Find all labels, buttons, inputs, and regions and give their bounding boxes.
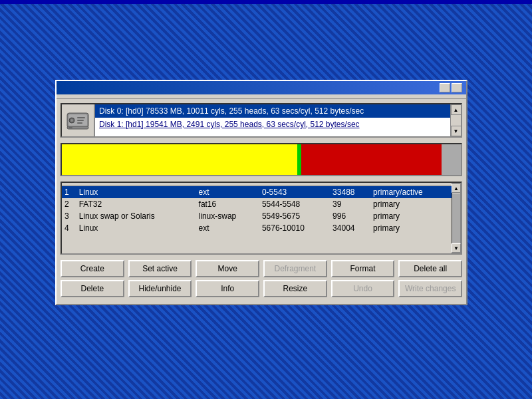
table-scroll-thumb[interactable] — [452, 194, 460, 243]
table-row[interactable]: 2 FAT32 fat16 5544-5548 39 primary — [62, 198, 452, 210]
cell-num: 1 — [62, 186, 76, 199]
title-bar-buttons — [440, 83, 462, 92]
scroll-up-button[interactable]: ▲ — [451, 104, 462, 115]
partition-vis-gray — [442, 144, 461, 175]
move-button[interactable]: Move — [196, 260, 259, 277]
disk-scrollbar[interactable]: ▲ ▼ — [450, 104, 461, 136]
table-row[interactable]: 3 Linux swap or Solaris linux-swap 5549-… — [62, 210, 452, 222]
menu-partition[interactable] — [83, 96, 88, 97]
cell-cylinders: 5549-5675 — [259, 210, 330, 222]
format-button[interactable]: Format — [331, 260, 395, 277]
svg-rect-4 — [77, 117, 85, 118]
table-scroll-down[interactable]: ▼ — [452, 243, 461, 253]
cell-attributes: primary — [370, 198, 452, 210]
disk-list: Disk 0: [hd0] 78533 MB, 10011 cyls, 255 … — [95, 104, 450, 136]
table-row[interactable]: 1 Linux ext 0-5543 33488 primary/active — [62, 186, 452, 199]
close-button[interactable] — [452, 83, 462, 92]
cell-cylinders: 0-5543 — [259, 186, 330, 199]
table-scroll-area: 1 Linux ext 0-5543 33488 primary/active … — [62, 183, 452, 253]
table-row[interactable]: 4 Linux ext 5676-10010 34004 primary — [62, 222, 452, 234]
menu-disk[interactable] — [71, 96, 76, 97]
set-active-button[interactable]: Set active — [128, 260, 192, 277]
cell-filesystem: ext — [196, 222, 259, 234]
svg-rect-8 — [68, 127, 72, 128]
info-button[interactable]: Info — [196, 280, 259, 297]
inner-menubar — [57, 94, 466, 99]
cell-cylinders: 5676-10010 — [259, 222, 330, 234]
resize-button[interactable]: Resize — [263, 280, 327, 297]
buttons-row1: CreateSet activeMoveDefragmentFormatDele… — [61, 260, 462, 277]
partition-vis-yellow — [62, 144, 297, 175]
cell-partition: FAT32 — [76, 198, 196, 210]
hide-unhide-button[interactable]: Hide/unhide — [128, 280, 192, 297]
menubar — [0, 0, 532, 4]
disk-item-1[interactable]: Disk 1: [hd1] 19541 MB, 2491 cyls, 255 h… — [95, 118, 450, 131]
cell-partition: Linux — [76, 186, 196, 199]
defragment-button: Defragment — [263, 260, 327, 277]
partition-visualization — [61, 143, 462, 176]
write-changes-button: Write changes — [398, 280, 462, 297]
hdd-icon — [65, 108, 90, 133]
cell-attributes: primary — [370, 210, 452, 222]
delete-all-button[interactable]: Delete all — [398, 260, 462, 277]
content-area: Disk 0: [hd0] 78533 MB, 10011 cyls, 255 … — [57, 99, 466, 304]
title-bar — [57, 81, 466, 94]
svg-point-3 — [70, 119, 73, 122]
cell-filesystem: ext — [196, 186, 259, 199]
partition-logic-window: Disk 0: [hd0] 78533 MB, 10011 cyls, 255 … — [55, 80, 467, 305]
table-scroll-up[interactable]: ▲ — [452, 184, 461, 193]
cell-size: 39 — [330, 198, 370, 210]
undo-button: Undo — [331, 280, 395, 297]
cell-partition: Linux swap or Solaris — [76, 210, 196, 222]
svg-rect-6 — [77, 122, 82, 124]
cell-num: 4 — [62, 222, 76, 234]
partition-table: 1 Linux ext 0-5543 33488 primary/active … — [62, 183, 452, 234]
cell-cylinders: 5544-5548 — [259, 198, 330, 210]
disk-selector: Disk 0: [hd0] 78533 MB, 10011 cyls, 255 … — [61, 103, 462, 138]
cell-attributes: primary — [370, 222, 452, 234]
cell-filesystem: fat16 — [196, 198, 259, 210]
cell-num: 3 — [62, 210, 76, 222]
minimize-button[interactable] — [440, 83, 450, 92]
cell-partition: Linux — [76, 222, 196, 234]
cell-attributes: primary/active — [370, 186, 452, 199]
disk-item-0[interactable]: Disk 0: [hd0] 78533 MB, 10011 cyls, 255 … — [95, 104, 450, 118]
table-scrollbar[interactable]: ▲ ▼ — [452, 183, 461, 253]
delete-button[interactable]: Delete — [61, 280, 124, 297]
table-container: 1 Linux ext 0-5543 33488 primary/active … — [61, 182, 462, 255]
cell-filesystem: linux-swap — [196, 210, 259, 222]
create-button[interactable]: Create — [61, 260, 124, 277]
partition-vis-red — [301, 144, 442, 175]
cell-size: 996 — [330, 210, 370, 222]
svg-rect-5 — [77, 120, 84, 121]
cell-num: 2 — [62, 198, 76, 210]
disk-icon-area — [62, 104, 95, 136]
menu-file[interactable] — [59, 96, 65, 97]
cell-size: 34004 — [330, 222, 370, 234]
cell-size: 33488 — [330, 186, 370, 199]
scroll-down-button[interactable]: ▼ — [451, 126, 462, 136]
buttons-row2: DeleteHide/unhideInfoResizeUndoWrite cha… — [61, 280, 462, 297]
